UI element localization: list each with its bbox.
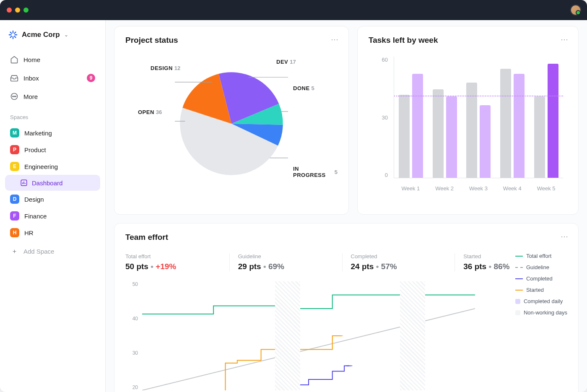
legend-swatch — [515, 256, 523, 257]
bar-b — [480, 105, 491, 178]
svg-point-9 — [13, 96, 13, 97]
stat-total-effort: Total effort50 pts • +19% — [125, 253, 230, 271]
line-end-dot — [336, 335, 343, 336]
space-badge-icon: P — [10, 145, 19, 154]
y-tick: 0 — [385, 172, 388, 178]
legend-label: Total effort — [526, 253, 551, 259]
sidebar-space-engineering[interactable]: EEngineering — [5, 158, 100, 175]
bar-group — [397, 57, 424, 178]
minimize-icon[interactable] — [15, 8, 20, 13]
legend-item: Started — [515, 287, 567, 293]
nav-inbox[interactable]: Inbox 9 — [5, 70, 100, 86]
space-badge-icon: M — [10, 128, 19, 138]
space-badge-icon: H — [10, 228, 19, 237]
pie-label: DEV 17 — [276, 59, 296, 65]
stat-guideline: Guideline29 pts • 69% — [230, 253, 343, 271]
workspace-switcher[interactable]: Acme Corp ⌄ — [5, 28, 100, 42]
legend-item: Completed daily — [515, 298, 567, 304]
bar-a — [534, 96, 545, 178]
nav-label: Inbox — [23, 75, 39, 82]
nav-label: Home — [23, 56, 40, 63]
bar-a — [500, 69, 511, 178]
workspace-logo-icon — [8, 30, 18, 39]
space-label: Marketing — [24, 130, 52, 137]
y-tick: 30 — [132, 350, 138, 356]
svg-line-6 — [10, 36, 12, 37]
subitem-label: Dashboard — [32, 179, 62, 187]
legend-label: Guideline — [526, 264, 549, 270]
line-end-dot — [345, 366, 353, 366]
space-badge-icon: F — [10, 211, 19, 221]
non-working-range — [275, 281, 300, 390]
sidebar-space-marketing[interactable]: MMarketing — [5, 125, 100, 141]
y-tick: 20 — [132, 384, 138, 390]
line-total-effort — [142, 295, 475, 314]
card-menu-button[interactable]: ⋯ — [561, 35, 569, 44]
sidebar-space-design[interactable]: DDesign — [5, 191, 100, 208]
stat-label: Guideline — [238, 253, 334, 260]
x-label: Week 5 — [537, 185, 556, 192]
card-menu-button[interactable]: ⋯ — [331, 35, 339, 44]
svg-line-5 — [14, 36, 16, 37]
bar-b — [446, 96, 457, 178]
space-label: Finance — [24, 213, 47, 220]
sidebar-subitem-dashboard[interactable]: Dashboard — [5, 175, 100, 191]
legend-item: Total effort — [515, 253, 567, 259]
add-space-button[interactable]: ＋ Add Space — [5, 243, 100, 260]
space-label: Engineering — [24, 163, 58, 170]
avatar[interactable] — [570, 5, 581, 16]
inbox-icon — [10, 74, 18, 82]
main-content: Project status ⋯ DEV 17DONE 5IN PROGRESS… — [106, 20, 587, 392]
stat-value: 29 pts • 69% — [238, 262, 334, 271]
legend-swatch — [515, 299, 520, 304]
svg-point-11 — [16, 96, 16, 97]
legend-label: Completed daily — [524, 298, 563, 304]
tasks-left-card: Tasks left by week ⋯ 60300 Week 1Week 2W… — [357, 26, 579, 215]
y-tick: 40 — [132, 316, 138, 322]
svg-point-10 — [14, 96, 15, 97]
team-effort-card: Team effort ⋯ Total effort50 pts • +19%G… — [114, 223, 579, 392]
y-tick: 50 — [132, 281, 138, 287]
more-icon — [10, 92, 18, 101]
sidebar-space-product[interactable]: PProduct — [5, 141, 100, 158]
bar-a — [466, 83, 477, 178]
legend-swatch — [515, 290, 523, 291]
pie-label: IN PROGRESS 5 — [293, 166, 338, 178]
bar-chart: 60300 Week 1Week 2Week 3Week 4Week 5 — [369, 52, 567, 195]
legend-swatch — [515, 267, 523, 268]
legend-item: Guideline — [515, 264, 567, 270]
card-title: Tasks left by week — [369, 36, 567, 45]
card-menu-button[interactable]: ⋯ — [561, 232, 569, 241]
stat-label: Total effort — [125, 253, 221, 260]
sidebar-space-hr[interactable]: HHR — [5, 224, 100, 241]
workspace-name: Acme Corp — [22, 31, 60, 39]
non-working-range — [400, 281, 425, 390]
y-tick: 60 — [382, 57, 388, 63]
window-controls — [7, 8, 29, 13]
close-icon[interactable] — [7, 8, 12, 13]
sidebar-section-label: Spaces — [5, 106, 100, 123]
bar-b — [412, 74, 423, 178]
nav-home[interactable]: Home — [5, 51, 100, 68]
svg-line-7 — [14, 32, 16, 34]
card-title: Team effort — [125, 233, 567, 242]
bar-b — [514, 74, 525, 178]
x-label: Week 4 — [503, 185, 522, 192]
stat-completed: Completed24 pts • 57% — [343, 253, 455, 271]
stat-value: 24 pts • 57% — [351, 262, 447, 271]
home-icon — [10, 55, 18, 64]
maximize-icon[interactable] — [23, 8, 29, 13]
y-tick: 30 — [382, 114, 388, 121]
nav-more[interactable]: More — [5, 88, 100, 105]
legend-swatch — [515, 278, 523, 279]
pie-chart: DEV 17DONE 5IN PROGRESS 5OPEN 36DESIGN 1… — [125, 52, 338, 195]
space-badge-icon: E — [10, 162, 19, 171]
space-label: Design — [24, 196, 44, 203]
chevron-down-icon: ⌄ — [64, 32, 68, 38]
titlebar — [0, 0, 587, 20]
sidebar-space-finance[interactable]: FFinance — [5, 208, 100, 224]
bar-group — [431, 57, 458, 178]
dashboard-icon — [20, 179, 28, 187]
bar-a — [399, 95, 410, 178]
space-label: HR — [24, 229, 34, 236]
